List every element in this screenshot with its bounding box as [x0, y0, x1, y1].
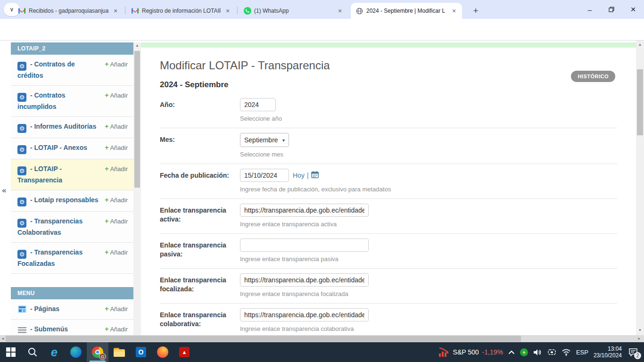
main-content: Modificar LOTAIP - Transparencia HISTÓRI… — [141, 41, 636, 335]
field-row-enlace-focalizada: Enlace transparencia focalizada: Ingrese… — [160, 269, 617, 304]
enlace-focalizada-input[interactable] — [240, 273, 369, 287]
fecha-publicacion-input[interactable] — [240, 169, 289, 182]
clock[interactable]: 13:04 23/10/2024 — [594, 346, 622, 359]
field-help: Ingrese enlace transparencia activa — [240, 221, 617, 228]
close-icon[interactable]: × — [450, 7, 458, 15]
sidebar-item-lotaip-transparencia[interactable]: + Añadir ⚙ - LOTAIP - Transparencia — [11, 159, 133, 190]
taskbar-search-icon[interactable] — [22, 342, 43, 362]
close-icon[interactable]: × — [111, 7, 120, 15]
add-link[interactable]: + Añadir — [105, 195, 128, 205]
firefox-icon[interactable] — [152, 342, 173, 362]
hamburger-menu-icon — [17, 326, 26, 335]
close-icon[interactable]: × — [336, 7, 344, 15]
page-vertical-scrollbar[interactable]: ▲ ▼ — [636, 41, 644, 335]
add-link[interactable]: + Añadir — [105, 216, 128, 226]
field-label: Enlace transparencia activa: — [160, 204, 240, 228]
calendar-icon[interactable] — [311, 171, 319, 180]
tab-title: 2024 - Septiembre | Modificar L — [366, 8, 447, 14]
outlook-icon[interactable]: O — [130, 342, 152, 362]
enlace-colaborativa-input[interactable] — [240, 308, 369, 321]
add-link[interactable]: + Añadir — [105, 143, 128, 153]
sidebar-item-label[interactable]: - LOTAIP - Anexos — [30, 144, 87, 151]
sidebar-item-contratos-creditos[interactable]: + Añadir ⚙ - Contratos de créditos — [11, 55, 133, 86]
tab-gmail-recibidos[interactable]: Recibidos - gadparroquiasanjua × — [13, 3, 124, 19]
sidebar-spacer — [11, 274, 133, 287]
close-icon[interactable]: × — [223, 7, 232, 15]
sidebar-item-label[interactable]: - Transparencias Colaborativas — [17, 217, 83, 236]
acrobat-icon[interactable]: ▲ — [173, 342, 195, 362]
enlace-pasiva-input[interactable] — [240, 239, 369, 252]
notification-center-icon[interactable]: 2 — [627, 346, 639, 358]
scroll-up-icon[interactable]: ▲ — [636, 41, 644, 48]
antivirus-icon[interactable]: + — [520, 348, 528, 356]
sidebar-item-submenus[interactable]: + Añadir - Submenús — [11, 320, 133, 335]
sidebar-item-label[interactable]: - Lotaip responsables — [30, 196, 99, 204]
plus-icon: + — [105, 248, 108, 256]
page-body: « LOTAIP_2 + Añadir ⚙ - Contratos de cré… — [0, 41, 644, 342]
add-link[interactable]: + Añadir — [105, 59, 128, 69]
volume-icon[interactable] — [533, 348, 542, 356]
browser-toolbar: ← → sanjuan.gob.ec/admin/lotaip_2/lotaip… — [0, 19, 644, 41]
add-link[interactable]: + Añadir — [105, 324, 128, 334]
scroll-left-icon[interactable]: ◄ — [0, 335, 6, 342]
sidebar-item-label[interactable]: - Informes Auditorías — [30, 123, 96, 130]
tab-registro-lotaip[interactable]: Registro de información LOTAIP × — [126, 3, 236, 19]
add-link[interactable]: + Añadir — [105, 247, 128, 257]
screen: ∨ Recibidos - gadparroquiasanjua × Regis… — [0, 0, 644, 362]
chrome-icon-active[interactable]: G — [87, 342, 108, 362]
restore-button[interactable] — [601, 0, 622, 19]
mes-select[interactable]: Septiembre ▾ — [240, 133, 289, 147]
sidebar-item-label[interactable]: - Transparencias Focalizadas — [17, 248, 83, 267]
sidebar-item-transparencias-focalizadas[interactable]: + Añadir ⚙ - Transparencias Focalizadas — [11, 243, 133, 274]
file-explorer-icon[interactable] — [108, 342, 130, 362]
sidebar-item-paginas[interactable]: + Añadir - Páginas — [11, 299, 133, 320]
plus-icon: + — [105, 60, 108, 68]
sidebar-scrollbar-thumb[interactable] — [134, 51, 140, 188]
stock-change: -1,19% — [482, 348, 503, 356]
page-horizontal-scrollbar-thumb[interactable] — [6, 336, 521, 342]
stock-widget[interactable]: S&P 500 -1,19% — [438, 347, 503, 357]
sidebar-item-contratos-incumplidos[interactable]: + Añadir ⚙ - Contratos incumplidos — [11, 86, 133, 117]
mes-select-value: Septiembre — [244, 136, 278, 144]
scroll-up-icon[interactable]: ▲ — [133, 42, 141, 49]
add-link[interactable]: + Añadir — [105, 164, 128, 174]
plus-icon: + — [105, 305, 108, 313]
wifi-icon[interactable] — [561, 349, 571, 356]
add-link[interactable]: + Añadir — [105, 90, 128, 100]
sidebar-item-label[interactable]: - Submenús — [30, 325, 68, 333]
field-help: Seleccione año — [240, 115, 617, 122]
meet-now-icon[interactable] — [547, 348, 556, 356]
new-tab-button[interactable]: + — [469, 4, 482, 17]
field-help: Ingrese enlace transparencia colaborativ… — [240, 325, 617, 332]
scroll-right-icon[interactable]: ► — [636, 335, 642, 342]
sidebar-item-lotaip-anexos[interactable]: + Añadir ⚙ - LOTAIP - Anexos — [11, 138, 133, 159]
chevron-down-icon: ▾ — [282, 138, 285, 143]
language-indicator[interactable]: ESP — [576, 349, 588, 356]
historico-button[interactable]: HISTÓRICO — [571, 71, 615, 82]
sidebar-item-informes-auditorias[interactable]: + Añadir ⚙ - Informes Auditorías — [11, 117, 133, 138]
plus-icon: + — [105, 123, 108, 130]
page-horizontal-scrollbar[interactable]: ◄ ► — [0, 335, 644, 342]
internet-explorer-icon[interactable]: e — [43, 342, 65, 362]
sidebar-item-lotaip-responsables[interactable]: + Añadir ⚙ - Lotaip responsables — [11, 190, 133, 212]
sidebar-item-label[interactable]: - Páginas — [30, 305, 59, 313]
add-link[interactable]: + Añadir — [105, 122, 128, 132]
scroll-down-icon[interactable]: ▼ — [636, 327, 644, 334]
minimize-button[interactable]: – — [579, 0, 601, 19]
sidebar-collapse-button[interactable]: « — [2, 186, 6, 195]
hoy-link[interactable]: Hoy — [293, 172, 305, 179]
tab-whatsapp[interactable]: (1) WhatsApp × — [239, 3, 348, 19]
tab-modificar-lotaip-active[interactable]: 2024 - Septiembre | Modificar L × — [351, 3, 462, 19]
tray-chevron-up-icon[interactable] — [508, 350, 515, 354]
anio-input[interactable] — [240, 98, 276, 111]
edge-icon[interactable] — [65, 342, 87, 362]
sidebar-scrollbar[interactable]: ▲ — [133, 42, 141, 335]
field-help: Ingrese enlace transparencia focalizada — [240, 290, 617, 297]
page-scrollbar-thumb[interactable] — [637, 69, 643, 135]
start-button[interactable] — [0, 342, 22, 362]
add-link[interactable]: + Añadir — [105, 304, 128, 314]
close-window-button[interactable]: × — [622, 0, 644, 19]
field-label: Enlace transparencia colaborativa: — [160, 308, 240, 332]
sidebar-item-transparencias-colaborativas[interactable]: + Añadir ⚙ - Transparencias Colaborativa… — [11, 212, 133, 243]
enlace-activa-input[interactable] — [240, 204, 369, 217]
